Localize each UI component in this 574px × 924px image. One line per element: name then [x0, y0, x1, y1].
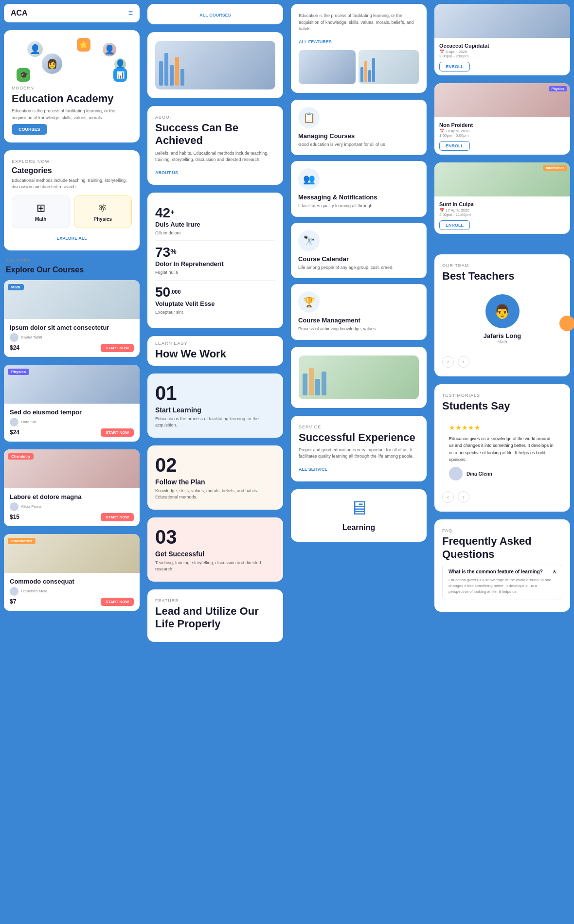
testimonial-text: Education gives us a knowledge of the wo…: [449, 435, 556, 463]
event-title-1: Non Proident: [439, 122, 565, 128]
start-button-0[interactable]: START NOW: [101, 344, 134, 352]
menu-icon[interactable]: ≡: [128, 9, 133, 18]
all-service-link[interactable]: ALL SERVICE: [299, 467, 327, 472]
categories-title: Categories: [12, 166, 132, 175]
category-math[interactable]: ⊞ Math: [12, 195, 70, 228]
hero-section: 👤 👩 👤 👤 ⭐ 🎓 📊 MODERN Education Academy E…: [4, 30, 140, 142]
course-card-1: Physics Sed do eiusmod tempor Orita Kin …: [4, 365, 140, 442]
next-teacher-button[interactable]: ›: [458, 356, 469, 368]
learning-board-icon: 🖥: [299, 497, 419, 519]
course-tag-1: Physics: [8, 369, 29, 375]
enroll-button-1[interactable]: ENROLL: [439, 141, 470, 151]
stat-label-0: Duis Aute Irure: [155, 221, 275, 228]
author-avatar: [449, 467, 463, 480]
math-label: Math: [16, 216, 66, 222]
course-card-3: Informatics Commodo consequat Francisco …: [4, 534, 140, 611]
course-price-row-2: $15 START NOW: [10, 513, 134, 521]
course-price-2: $15: [10, 514, 19, 520]
step-desc-2: Teaching, training, storytelling, discus…: [155, 560, 275, 573]
navbar: ACA ≡: [4, 4, 140, 22]
category-cards: ⊞ Math ⚛ Physics: [12, 195, 132, 228]
how-we-work-label: LEARN EASY How We Work: [147, 336, 283, 365]
testimonial-nav-arrows: ‹ ›: [442, 491, 562, 503]
stat-number-1: 73%: [155, 245, 275, 260]
teacher-avatar: 👨: [485, 294, 520, 328]
course-tag-3: Informatics: [8, 538, 36, 544]
calendar-icon-1: 📅: [439, 129, 444, 133]
category-physics[interactable]: ⚛ Physics: [74, 195, 132, 228]
feature-messaging-desc: It facilitates quality learning all thro…: [298, 203, 419, 210]
stat-number-2: 50.000: [155, 284, 275, 300]
step-number-0: 01: [155, 382, 275, 404]
event-date-0: 📅 5 April, 2020: [439, 50, 565, 54]
all-events-link[interactable]: ALL EVENTS: [489, 243, 516, 248]
start-button-1[interactable]: START NOW: [101, 428, 134, 437]
event-card-0: Occaecat Cupidatat 📅 5 April, 2020 3:00p…: [434, 4, 570, 75]
messaging-icon: 👥: [298, 168, 320, 190]
courses-button[interactable]: COURSES: [12, 124, 47, 135]
all-courses-link[interactable]: ALL COURSES: [199, 13, 231, 18]
about-image-card: [147, 32, 283, 98]
hero-title: Education Academy: [12, 92, 132, 105]
faq-item-0[interactable]: What is the common feature of learning? …: [442, 564, 562, 600]
feature-title: Lead and Utilize Our Life Properly: [155, 605, 275, 631]
step-title-1: Follow the Plan: [155, 478, 275, 486]
step-title-2: Get Successful: [155, 550, 275, 558]
event-body-1: Non Proident 📅 10 April, 2020 1:00pm - 5…: [434, 117, 570, 155]
step-desc-1: Knowledge, skills, values, morals, belie…: [155, 488, 275, 501]
feature-messaging: 👥 Messaging & Notifications It facilitat…: [291, 161, 427, 217]
faq-answer-0: Education gives us a knowledge of the wo…: [448, 577, 556, 595]
all-courses-section: ALL COURSES: [147, 4, 283, 24]
course-price-row-0: $24 START NOW: [10, 344, 134, 352]
informatics-badge: Informatics: [543, 165, 567, 171]
course-image-2: Chemistry: [4, 449, 140, 488]
stat-row-1: 73% Dolor In Reprehenderit Fugiat nulla: [155, 241, 275, 281]
service-image-card: [291, 347, 427, 408]
about-label: ABOUT: [155, 115, 275, 120]
instructor-name-0: Daniel Tabiit: [21, 335, 42, 339]
all-features-link[interactable]: ALL FEATURES: [299, 39, 332, 44]
avatar: 👤: [102, 42, 117, 57]
avatar: 👤: [26, 40, 44, 58]
start-button-2[interactable]: START NOW: [101, 513, 134, 521]
prev-teacher-button[interactable]: ‹: [442, 356, 454, 368]
categories-label: EXPLORE NOW: [12, 159, 132, 164]
step-title-0: Start Learning: [155, 406, 275, 414]
course-price-0: $24: [10, 344, 19, 351]
event-title-0: Occaecat Cupidatat: [439, 43, 565, 49]
teacher-name: Jafaris Long: [450, 332, 555, 339]
feature-messaging-title: Messaging & Notifications: [298, 194, 419, 201]
instructor-avatar-2: [10, 502, 18, 511]
physics-badge: Physics: [549, 86, 567, 91]
calendar-icon: 🔭: [298, 230, 320, 251]
enroll-button-0[interactable]: ENROLL: [439, 62, 470, 71]
faq-label: FAQ: [442, 528, 562, 533]
team-title: Best Teachers: [442, 270, 562, 283]
event-date-2: 📅 17 April, 2020: [439, 208, 565, 213]
event-image-wrapper-2: Informatics: [434, 162, 570, 196]
explore-all-link[interactable]: EXPLORE ALL: [56, 236, 87, 241]
start-button-3[interactable]: START NOW: [101, 598, 134, 606]
learning-title: Learning: [299, 523, 419, 532]
service-label: SERVICE: [299, 425, 419, 429]
step-desc-0: Education is the process of facilitating…: [155, 416, 275, 429]
course-title-0: Ipsum dolor sit amet consectetur: [10, 324, 134, 331]
about-image: [155, 41, 275, 89]
course-body-3: Commodo consequat Francisco Mela $7 STAR…: [4, 573, 140, 611]
course-title-1: Sed do eiusmod tempor: [10, 409, 134, 416]
math-icon: ⊞: [16, 202, 66, 214]
prev-testimonial-button[interactable]: ‹: [442, 491, 454, 503]
icon-badge-chart: 📊: [113, 68, 127, 82]
instructor-row-2: Alicia Puma: [10, 502, 134, 511]
faq-title: Frequently Asked Questions: [442, 535, 562, 561]
event-time-1: 1:00pm - 5:00pm: [439, 133, 565, 138]
instructor-avatar-1: [10, 418, 18, 426]
about-link[interactable]: ABOUT US: [155, 170, 178, 175]
feature-managing-title: Managing Courses: [298, 132, 419, 140]
categories-section: EXPLORE NOW Categories Educational metho…: [4, 150, 140, 250]
feature-managing-desc: Good education is very important for all…: [298, 142, 419, 148]
course-card-0: Math Ipsum dolor sit amet consectetur Da…: [4, 280, 140, 357]
next-testimonial-button[interactable]: ›: [458, 491, 469, 503]
enroll-button-2[interactable]: ENROLL: [439, 220, 470, 230]
event-image-wrapper-1: Physics: [434, 83, 570, 117]
